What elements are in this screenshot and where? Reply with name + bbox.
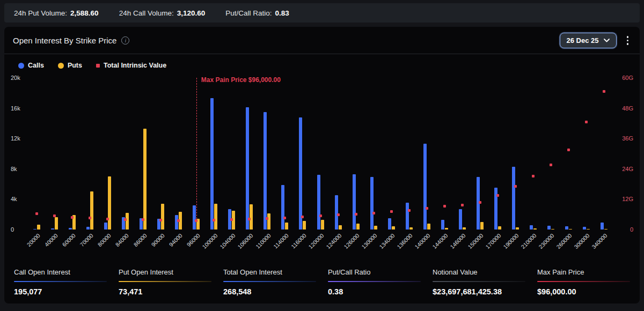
x-axis-label: 86000 — [132, 232, 148, 248]
call-bar — [423, 144, 427, 229]
put-bar — [587, 229, 590, 229]
intrinsic-value-dot — [319, 214, 322, 217]
call-bar — [86, 227, 90, 229]
x-axis-label: 96000 — [185, 232, 201, 248]
kebab-menu-icon[interactable] — [623, 34, 633, 47]
x-axis-label: 104000 — [218, 232, 236, 250]
put-bar — [161, 204, 164, 229]
put-volume-value: 2,588.60 — [70, 9, 99, 17]
strike-bar-group[interactable]: 300000 — [577, 78, 595, 229]
legend-label: Total Intrinsic Value — [104, 62, 166, 69]
call-bar — [388, 218, 391, 229]
strike-bar-group[interactable]: 60000 — [63, 78, 81, 229]
intrinsic-value-dot — [514, 185, 517, 188]
call-bar — [441, 220, 444, 229]
strike-bar-group[interactable]: 94000 — [170, 78, 187, 229]
x-axis-label: 40000 — [43, 232, 59, 248]
call-bar — [370, 177, 374, 229]
intrinsic-value-dot — [603, 90, 605, 93]
put-bar — [516, 227, 519, 229]
strike-bar-group[interactable]: 124000 — [330, 78, 347, 229]
strike-bar-group[interactable]: 144000 — [436, 78, 453, 229]
strike-bar-group[interactable]: 84000 — [116, 78, 134, 229]
call-bar — [33, 229, 36, 229]
intrinsic-value-dot — [426, 207, 428, 210]
strike-bar-group[interactable]: 134000 — [383, 78, 400, 229]
intrinsic-value-dot — [355, 213, 357, 216]
stat-underline — [223, 281, 316, 282]
call-volume-value: 3,120.60 — [177, 9, 206, 17]
strike-bar-group[interactable]: 110000 — [258, 78, 276, 229]
strike-bar-group[interactable]: 170000 — [489, 78, 507, 229]
intrinsic-value-dot — [248, 218, 251, 220]
strike-bar-group[interactable]: 106000 — [240, 78, 258, 229]
strike-bar-group[interactable]: 130000 — [365, 78, 383, 229]
legend-label: Puts — [68, 62, 82, 69]
stat-value: 268,548 — [223, 287, 316, 296]
x-axis-label: 150000 — [467, 232, 485, 250]
strike-bar-group[interactable]: 150000 — [471, 78, 489, 229]
legend-item[interactable]: Calls — [18, 62, 44, 69]
put-bar — [267, 213, 270, 229]
strike-bar-group[interactable]: 210000 — [524, 78, 542, 229]
put-bar — [463, 227, 466, 229]
strike-bar-group[interactable]: 190000 — [507, 78, 524, 229]
strike-bar-group[interactable]: 40000 — [46, 78, 63, 229]
stat-underline — [433, 281, 525, 282]
put-bar — [427, 224, 430, 229]
panel-title: Open Interest By Strike Price — [13, 36, 116, 45]
call-bar — [547, 226, 551, 229]
intrinsic-value-dot — [408, 209, 411, 212]
x-axis-label: 190000 — [502, 232, 520, 250]
call-bar — [104, 223, 107, 229]
x-axis-label: 340000 — [591, 232, 609, 250]
intrinsic-value-dot — [177, 219, 180, 222]
left-axis-tick: 4k — [11, 196, 17, 202]
strike-bar-group[interactable]: 70000 — [81, 78, 99, 229]
strike-bar-group[interactable]: 136000 — [400, 78, 418, 229]
expiry-date-dropdown[interactable]: 26 Dec 25 — [560, 33, 617, 48]
strike-bar-group[interactable]: 100000 — [205, 78, 223, 229]
call-bar — [565, 226, 568, 229]
strike-bar-group[interactable]: 80000 — [99, 78, 116, 229]
strike-bar-group[interactable]: 90000 — [152, 78, 170, 229]
strike-bar-group[interactable]: 120000 — [312, 78, 330, 229]
strike-bar-group[interactable]: 104000 — [223, 78, 240, 229]
strike-bar-group[interactable]: 230000 — [542, 78, 560, 229]
call-bar — [512, 167, 515, 229]
legend-item[interactable]: Puts — [58, 62, 82, 69]
strike-bar-group[interactable]: 96000 — [187, 78, 205, 229]
strike-bar-group[interactable]: 116000 — [294, 78, 311, 229]
info-icon[interactable]: i — [121, 36, 129, 45]
x-axis-label: 146000 — [449, 232, 466, 250]
strike-bar-group[interactable]: 86000 — [134, 78, 152, 229]
legend-item[interactable]: Total Intrinsic Value — [96, 62, 166, 69]
strike-bar-group[interactable]: 114000 — [276, 78, 294, 229]
x-axis-label: 300000 — [573, 232, 591, 250]
right-axis-tick: 36G — [622, 135, 633, 142]
summary-stat-card: Total Open Interest268,548 — [223, 268, 316, 296]
x-axis-label: 114000 — [272, 232, 290, 250]
strike-bar-group[interactable]: 146000 — [453, 78, 471, 229]
stats-topbar: 24h Put Volume: 2,588.60 24h Call Volume… — [4, 3, 640, 23]
plot-area: Max Pain Price $96,000.00 20000400006000… — [28, 78, 613, 229]
call-bar — [317, 175, 320, 229]
stat-label: Max Pain Price — [537, 268, 630, 276]
call-bar — [459, 209, 462, 229]
call-volume-stat: 24h Call Volume: 3,120.60 — [119, 9, 206, 17]
call-bar — [335, 195, 338, 229]
strike-bar-group[interactable]: 126000 — [347, 78, 365, 229]
put-call-ratio-value: 0.83 — [275, 9, 289, 17]
strike-bar-group[interactable]: 260000 — [560, 78, 577, 229]
strike-bar-group[interactable]: 140000 — [418, 78, 436, 229]
strike-bar-group[interactable]: 340000 — [595, 78, 613, 229]
chart-legend: CallsPutsTotal Intrinsic Value — [4, 54, 640, 69]
strike-bar-group[interactable]: 20000 — [28, 78, 46, 229]
put-volume-label: 24h Put Volume: — [14, 9, 67, 17]
x-axis-label: 94000 — [167, 232, 183, 248]
put-bar — [321, 220, 324, 229]
call-bar — [299, 117, 302, 229]
intrinsic-value-dot — [106, 218, 109, 220]
intrinsic-value-dot — [567, 149, 570, 151]
intrinsic-value-dot — [159, 219, 162, 221]
